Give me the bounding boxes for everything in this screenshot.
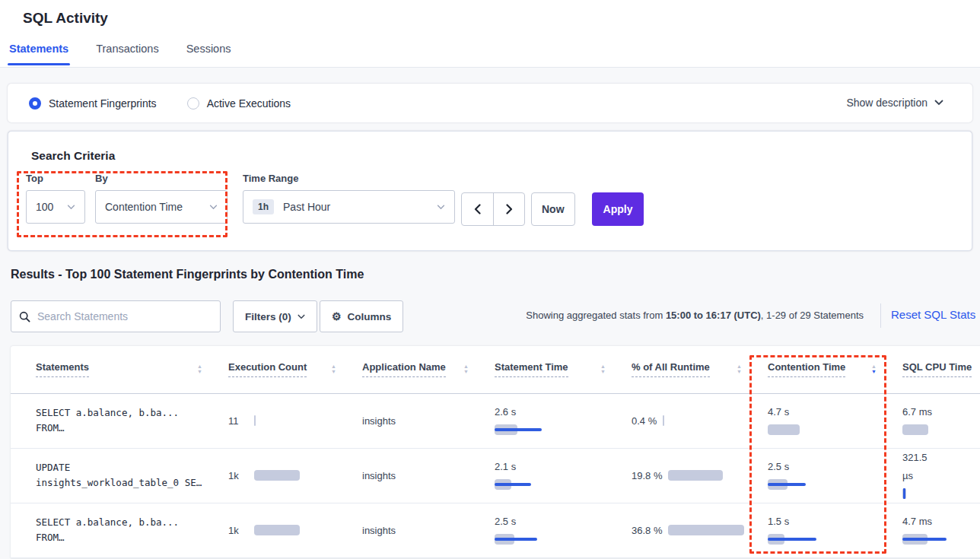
- sort-icon[interactable]: ▲▼: [737, 364, 742, 374]
- metric-bar: [254, 470, 300, 481]
- column-header-sql-cpu-time[interactable]: SQL CPU Time▲▼: [892, 346, 980, 393]
- time-range-select[interactable]: 1h Past Hour: [243, 190, 455, 224]
- column-header-statements[interactable]: Statements▲▼: [11, 346, 218, 393]
- contention-time-cell: 4.7 s: [757, 393, 892, 448]
- reset-sql-stats-link[interactable]: Reset SQL Stats: [891, 308, 975, 321]
- radio-statement-fingerprints[interactable]: Statement Fingerprints: [29, 97, 157, 110]
- radio-selected-icon[interactable]: [29, 97, 41, 110]
- sql-cpu-time-cell: 6.7 ms: [892, 393, 980, 448]
- column-header-contention-time[interactable]: Contention Time▲▼: [757, 346, 892, 393]
- column-label: Statement Time: [495, 361, 568, 377]
- tab-sessions[interactable]: Sessions: [185, 43, 233, 65]
- next-time-button[interactable]: [493, 193, 524, 225]
- metric-line: [768, 483, 806, 486]
- metric-bar: [254, 415, 256, 426]
- statement-cell[interactable]: SELECT a.balance, b.ba...FROM…: [11, 393, 218, 448]
- column-label: Execution Count: [228, 361, 307, 377]
- table-row[interactable]: UPDATEinsights_workload_table_0 SE…1kins…: [11, 448, 980, 503]
- table-row[interactable]: SELECT a.balance, b.ba...FROM…1kinsights…: [11, 503, 980, 557]
- chevron-left-icon: [474, 204, 481, 214]
- search-criteria-card: Search Criteria Top 100 By Contention Ti…: [8, 131, 972, 251]
- tab-statements[interactable]: Statements: [8, 43, 70, 65]
- column-label: Statements: [36, 361, 89, 377]
- column-header-application-name[interactable]: Application Name▲▼: [352, 346, 484, 393]
- search-criteria-title: Search Criteria: [31, 149, 115, 163]
- tab-divider: [0, 67, 980, 68]
- table-row[interactable]: SELECT a.balance, b.ba...FROM…11insights…: [11, 393, 980, 448]
- results-title: Results - Top 100 Statement Fingerprints…: [11, 268, 364, 281]
- metric-line: [902, 538, 947, 541]
- contention-time-cell: 2.5 s: [757, 448, 892, 503]
- metric-line: [495, 428, 542, 431]
- search-input[interactable]: [37, 310, 212, 322]
- metric-line: [495, 538, 537, 541]
- metric-bar-tick: [903, 488, 905, 499]
- now-button[interactable]: Now: [531, 192, 575, 226]
- sql-cpu-time-cell: 4.7 ms: [892, 503, 980, 557]
- execution-count-cell: 1k: [218, 448, 352, 503]
- search-icon: [19, 311, 30, 322]
- showing-stats-text: Showing aggregated stats from 15:00 to 1…: [526, 310, 864, 321]
- column-label: Application Name: [362, 361, 446, 377]
- by-field: By Contention Time: [95, 173, 228, 224]
- column-label: Contention Time: [768, 361, 845, 377]
- metric-bar: [902, 424, 928, 435]
- top-field: Top 100: [26, 173, 85, 224]
- top-bar: SQL Activity Statements Transactions Ses…: [0, 0, 980, 68]
- chevron-down-icon: [298, 314, 305, 319]
- statement-search[interactable]: [11, 300, 221, 332]
- sort-icon[interactable]: ▲▼: [331, 364, 336, 374]
- column-header-statement-time[interactable]: Statement Time▲▼: [484, 346, 621, 393]
- apply-button[interactable]: Apply: [592, 192, 644, 226]
- sort-icon[interactable]: ▲▼: [871, 364, 877, 374]
- vertical-divider: [880, 303, 881, 328]
- time-step-buttons: [461, 192, 525, 226]
- chevron-down-icon: [437, 205, 445, 210]
- view-toggle-card: Statement Fingerprints Active Executions…: [8, 84, 972, 122]
- metric-bar: [254, 525, 300, 535]
- tab-transactions[interactable]: Transactions: [94, 43, 160, 65]
- sort-icon[interactable]: ▲▼: [197, 364, 202, 374]
- time-range-label: Time Range: [243, 173, 455, 184]
- table-header-row: Statements▲▼Execution Count▲▼Application…: [11, 346, 980, 393]
- metric-line: [768, 538, 816, 541]
- top-select[interactable]: 100: [26, 190, 85, 224]
- column-label: % of All Runtime: [632, 361, 710, 377]
- execution-count-cell: 11: [218, 393, 352, 448]
- by-label: By: [95, 173, 228, 184]
- chevron-down-icon: [934, 100, 943, 106]
- statement-time-cell: 2.1 s: [484, 448, 621, 503]
- sort-icon[interactable]: ▲▼: [463, 364, 469, 374]
- execution-count-cell: 1k: [218, 503, 352, 557]
- sort-icon[interactable]: ▲▼: [600, 364, 606, 374]
- statement-time-cell: 2.5 s: [484, 503, 621, 557]
- column-header-of-all-runtime[interactable]: % of All Runtime▲▼: [621, 346, 757, 393]
- chevron-down-icon: [67, 205, 75, 210]
- tab-bar: Statements Transactions Sessions: [8, 43, 232, 65]
- filters-button[interactable]: Filters (0): [233, 300, 317, 332]
- application-name-cell: insights: [352, 503, 484, 557]
- page-title: SQL Activity: [23, 10, 108, 27]
- by-select[interactable]: Contention Time: [95, 190, 228, 224]
- previous-time-button[interactable]: [462, 193, 493, 225]
- time-range-badge: 1h: [253, 199, 274, 214]
- metric-bar: [663, 415, 664, 426]
- statement-cell[interactable]: SELECT a.balance, b.ba...FROM…: [11, 503, 218, 557]
- gear-icon: ⚙: [332, 310, 342, 322]
- radio-unselected-icon[interactable]: [187, 97, 199, 110]
- runtime-pct-cell: 19.8 %: [621, 448, 757, 503]
- statement-cell[interactable]: UPDATEinsights_workload_table_0 SE…: [11, 448, 218, 503]
- column-label: SQL CPU Time: [902, 361, 972, 377]
- metric-line: [495, 483, 531, 486]
- statement-time-cell: 2.6 s: [484, 393, 621, 448]
- column-header-execution-count[interactable]: Execution Count▲▼: [218, 346, 352, 393]
- columns-button[interactable]: ⚙ Columns: [320, 300, 403, 332]
- chevron-right-icon: [506, 204, 513, 214]
- contention-time-cell: 1.5 s: [757, 503, 892, 557]
- show-description-toggle[interactable]: Show description: [846, 97, 943, 109]
- application-name-cell: insights: [352, 393, 484, 448]
- metric-bar: [668, 525, 744, 535]
- chevron-down-icon: [209, 205, 218, 210]
- radio-active-executions[interactable]: Active Executions: [187, 97, 291, 110]
- runtime-pct-cell: 0.4 %: [621, 393, 757, 448]
